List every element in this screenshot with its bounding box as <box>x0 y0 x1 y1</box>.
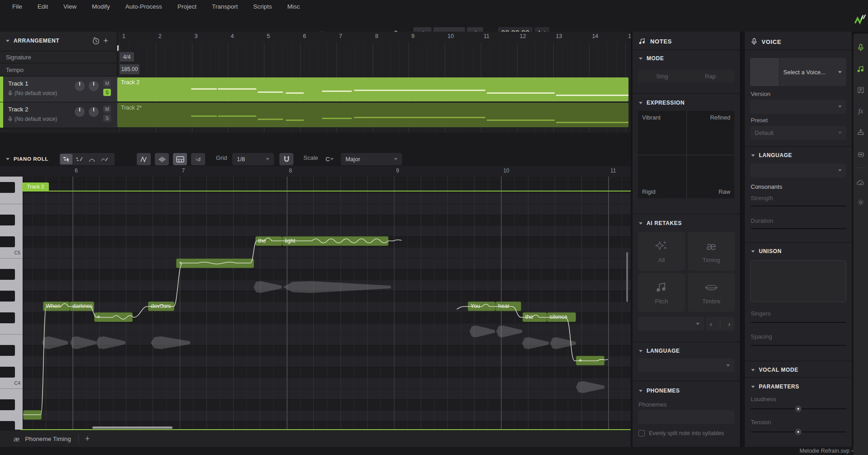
note[interactable]: darknes <box>70 302 94 311</box>
clip-track-2[interactable]: Track 2 <box>117 77 628 101</box>
language-section-header[interactable]: LANGUAGE <box>639 348 680 354</box>
piano-key-black[interactable] <box>0 236 15 247</box>
note[interactable]: You <box>468 302 495 311</box>
menu-transport[interactable]: Transport <box>204 3 245 10</box>
piano-roll-grid[interactable]: Whendarknes+devours+thelightYouhearthesi… <box>23 177 631 430</box>
piano-view-button[interactable] <box>173 153 187 165</box>
note[interactable]: + <box>94 312 133 322</box>
add-track-button[interactable]: + <box>103 36 108 46</box>
piano-key-black[interactable] <box>0 312 15 323</box>
note[interactable]: silence <box>547 312 576 322</box>
collapse-chevron-icon[interactable] <box>751 154 755 157</box>
collapse-chevron-icon[interactable] <box>751 250 755 253</box>
pan-knob[interactable] <box>89 81 99 91</box>
menu-view[interactable]: View <box>56 3 84 10</box>
volume-knob[interactable] <box>75 81 85 91</box>
piano-keyboard[interactable]: C5C4 <box>0 177 23 430</box>
fx-icon[interactable]: fx <box>854 104 868 118</box>
track-row-2[interactable]: Track 2 (No default voice) M S <box>0 102 117 128</box>
export-icon[interactable] <box>854 125 868 139</box>
next-retake-button[interactable]: › <box>728 320 730 328</box>
arrangement-timeline[interactable]: 123456789101112131415 4/4 185.00 Track 2… <box>117 32 631 133</box>
note[interactable]: + <box>576 356 604 365</box>
grid-select[interactable]: 1/8 <box>232 153 274 165</box>
line-tool-button[interactable] <box>86 154 98 164</box>
piano-key-black[interactable] <box>0 269 15 280</box>
note[interactable]: devours <box>148 302 174 311</box>
arrangement-header[interactable]: ARRANGEMENT <box>6 38 59 44</box>
phonemes-input[interactable] <box>638 410 734 424</box>
mode-sing-button[interactable]: Sing <box>638 70 686 82</box>
tempo-row[interactable]: Tempo <box>0 63 117 76</box>
mode-rap-button[interactable]: Rap <box>686 70 735 82</box>
expression-section-header[interactable]: EXPRESSION <box>639 100 685 106</box>
retake-select[interactable] <box>638 317 704 330</box>
duration-slider[interactable] <box>751 228 846 229</box>
piano-key-black[interactable] <box>0 367 15 378</box>
volume-knob[interactable] <box>75 107 85 117</box>
collapse-chevron-icon[interactable] <box>639 57 643 60</box>
tempo-tag[interactable]: 185.00 <box>120 64 139 74</box>
track-row-1[interactable]: Track 1 (No default voice) M S <box>0 76 117 102</box>
horizontal-scrollbar[interactable] <box>92 426 173 429</box>
vibrato-view-button[interactable] <box>155 153 169 165</box>
voice-language-section-header[interactable]: LANGUAGE <box>751 152 792 158</box>
piano-key-black[interactable] <box>0 421 15 430</box>
piano-key-black[interactable] <box>0 399 15 410</box>
pointer-tool-button[interactable] <box>60 154 72 164</box>
voice-selector[interactable]: Select a Voice... <box>750 58 846 86</box>
note[interactable]: + <box>176 259 254 268</box>
note[interactable]: the <box>523 312 547 322</box>
collapse-chevron-icon[interactable] <box>751 386 755 388</box>
menu-edit[interactable]: Edit <box>30 3 56 10</box>
accidentals-button[interactable]: ♭♯ <box>191 153 205 165</box>
clip-track-2-star[interactable]: Track 2* <box>117 103 628 127</box>
parameters-section-header[interactable]: PARAMETERS <box>751 383 799 390</box>
menu-misc[interactable]: Misc <box>279 3 307 10</box>
note[interactable]: light <box>282 236 388 246</box>
retake-timing-button[interactable]: æTiming <box>688 232 735 271</box>
preset-select[interactable]: Default <box>750 126 846 140</box>
checkbox-icon[interactable] <box>638 430 645 436</box>
scale-type-select[interactable]: Major <box>341 153 402 165</box>
menu-file[interactable]: File <box>5 3 30 10</box>
note[interactable]: the <box>255 236 282 246</box>
mute-button[interactable]: M <box>103 105 111 113</box>
add-panel-button[interactable]: + <box>85 434 90 444</box>
note[interactable] <box>23 410 42 420</box>
signature-tag[interactable]: 4/4 <box>120 52 134 62</box>
menu-project[interactable]: Project <box>170 3 204 10</box>
menu-modify[interactable]: Modify <box>84 3 118 10</box>
tempo-track-icon[interactable] <box>92 37 100 45</box>
vocal-mode-section-header[interactable]: VOCAL MODE <box>751 367 798 373</box>
cloud-sync-icon[interactable] <box>854 176 868 190</box>
piano-key-black[interactable] <box>0 345 15 356</box>
prev-retake-button[interactable]: ‹ <box>710 320 712 328</box>
solo-button[interactable]: S <box>103 115 111 122</box>
piano-key-black[interactable] <box>0 182 15 193</box>
piano-key-black[interactable] <box>0 291 15 302</box>
settings-gear-icon[interactable] <box>854 196 868 209</box>
pencil-tool-button[interactable] <box>73 154 85 164</box>
active-track-tab[interactable]: Track 2 <box>22 182 49 191</box>
robot-icon[interactable] <box>854 148 868 161</box>
solo-button[interactable]: S <box>103 89 111 96</box>
notes-panel-icon[interactable] <box>854 62 868 76</box>
signature-row[interactable]: Signature <box>0 51 117 63</box>
collapse-chevron-icon[interactable] <box>6 158 10 160</box>
tension-slider-thumb[interactable] <box>795 428 802 436</box>
piano-key-black[interactable] <box>0 215 15 225</box>
scale-root-select[interactable]: C <box>321 153 338 165</box>
mute-button[interactable]: M <box>103 80 111 87</box>
collapse-chevron-icon[interactable] <box>639 390 643 392</box>
strength-slider[interactable] <box>751 206 846 206</box>
mode-section-header[interactable]: MODE <box>639 55 664 62</box>
track-voice[interactable]: (No default voice) <box>8 116 57 122</box>
curve-pencil-tool-button[interactable] <box>98 154 110 164</box>
menu-scripts[interactable]: Scripts <box>245 3 279 10</box>
piano-roll-ruler[interactable]: 67891011 <box>0 166 631 177</box>
piano-roll-header[interactable]: PIANO ROLL <box>6 156 48 162</box>
snap-magnet-button[interactable] <box>279 153 293 165</box>
expression-pad[interactable]: Vibrant Refined Rigid Raw <box>638 111 734 198</box>
vertical-scrollbar[interactable] <box>626 252 628 302</box>
